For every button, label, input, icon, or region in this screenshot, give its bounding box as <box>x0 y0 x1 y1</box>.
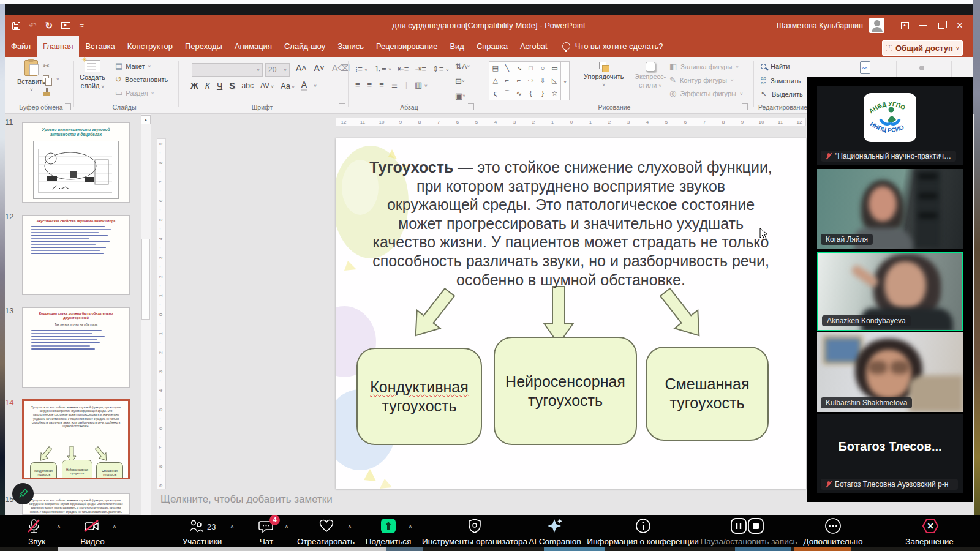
toolbar-chat-button[interactable]: 4 Чат <box>250 515 283 547</box>
thumbnails-scrollbar-thumb[interactable] <box>141 239 150 320</box>
justify-button[interactable]: ≣ <box>391 80 398 89</box>
tab-insert[interactable]: Вставка <box>79 36 121 57</box>
react-options-chevron[interactable]: ˄ <box>348 523 352 530</box>
cut-button[interactable]: ✂ <box>43 62 50 70</box>
tab-home[interactable]: Главная <box>37 36 79 57</box>
toolbar-end-button[interactable]: ✕ Завершение <box>894 515 965 547</box>
restore-button[interactable] <box>932 15 951 36</box>
clipboard-dialog-launcher[interactable] <box>65 103 71 110</box>
tell-me-search[interactable]: Что вы хотите сделать? <box>562 36 663 57</box>
align-right-button[interactable]: ≡ <box>379 80 384 89</box>
select-button[interactable]: ↖Выделить <box>761 90 803 99</box>
format-painter-button[interactable] <box>43 88 50 96</box>
tab-acrobat[interactable]: Acrobat <box>514 36 554 57</box>
character-spacing-button[interactable]: AV ˅ <box>260 81 274 90</box>
decrease-font-button[interactable]: A˅ <box>314 63 325 73</box>
video-options-chevron[interactable]: ˄ <box>113 523 116 530</box>
layout-button[interactable]: ▤Макет˅ <box>115 62 151 70</box>
audio-options-chevron[interactable]: ˄ <box>57 523 61 530</box>
toolbar-video-button[interactable]: Видео <box>74 515 111 547</box>
slide-paragraph[interactable]: Тугоухость — это стойкое снижение слухов… <box>356 158 785 289</box>
bullets-button[interactable]: ⁝≡ ˅ <box>355 64 368 73</box>
underline-button[interactable]: Ч <box>217 81 222 91</box>
align-text-button[interactable]: ⊟ ˅ <box>455 77 465 86</box>
box-sensorineural[interactable]: Нейросенсорнаятугоухость <box>494 337 637 445</box>
participant-tile-aknazken[interactable]: Aknazken Kondybayeva <box>817 252 963 331</box>
strikethrough-button[interactable]: abc <box>242 81 254 90</box>
slide-canvas[interactable]: Тугоухость — это стойкое снижение слухов… <box>336 138 806 489</box>
bold-button[interactable]: Ж <box>190 81 198 91</box>
toolbar-host-tools-button[interactable]: Инструменты организатора <box>423 515 527 547</box>
align-left-button[interactable]: ≡ <box>355 80 360 89</box>
horizontal-ruler[interactable]: 12·11·10·9·8·7·6·5·4·3·2·1·0·1·2·3·4·5·6… <box>336 118 806 126</box>
align-center-button[interactable]: ≡ <box>368 80 372 89</box>
share-options-chevron[interactable]: ˄ <box>409 523 412 530</box>
tab-review[interactable]: Рецензирование <box>370 36 443 57</box>
participant-tile-org[interactable]: АНБД УГПО ННПЦ РСИО "Национальный научно… <box>817 86 963 165</box>
annotation-pencil-button[interactable] <box>12 483 34 504</box>
slide-13-thumbnail[interactable]: Коррекция слуха должна быть обязательно … <box>22 307 130 388</box>
toolbar-ai-companion-button[interactable]: AI Companion <box>521 515 589 547</box>
ribbon-display-options-button[interactable] <box>895 15 914 36</box>
paragraph-dialog-launcher[interactable] <box>468 103 474 110</box>
participant-tile-botagoz[interactable]: Ботагоз Тлесов... Ботагоз Тлесовна Ауэзо… <box>817 414 963 493</box>
slide-15-thumbnail[interactable]: Тугоухость — это стойкое снижение слухов… <box>22 493 130 515</box>
minimize-button[interactable] <box>914 15 932 36</box>
section-button[interactable]: ▭Раздел˅ <box>115 89 154 97</box>
tab-file[interactable]: Файл <box>5 36 37 57</box>
thumbnails-scroll-up-button[interactable]: ▲ <box>141 115 151 124</box>
close-button[interactable]: × <box>951 15 969 36</box>
convert-smartart-button[interactable]: ▣ ˅ <box>455 91 466 100</box>
tab-view[interactable]: Вид <box>443 36 470 57</box>
participant-tile-kogai[interactable]: Когай Ляйля <box>817 169 963 249</box>
line-spacing-button[interactable]: ⇕≡ ˅ <box>432 64 449 73</box>
change-case-button[interactable]: Aa ˅ <box>281 81 295 91</box>
tab-slideshow[interactable]: Слайд-шоу <box>278 36 331 57</box>
quick-styles-button[interactable]: Экспресс- стили ˅ <box>635 62 666 89</box>
tab-record[interactable]: Запись <box>331 36 370 57</box>
font-dialog-launcher[interactable] <box>339 103 345 110</box>
notes-placeholder[interactable]: Щелкните, чтобы добавить заметки <box>160 493 333 506</box>
toolbar-react-button[interactable]: Отреагировать <box>294 515 358 547</box>
find-button[interactable]: Найти <box>761 62 790 70</box>
new-slide-button[interactable]: Создать слайд ˅ <box>80 60 105 89</box>
chat-options-chevron[interactable]: ˄ <box>285 523 288 530</box>
toolbar-meeting-info-button[interactable]: Информация о конференции <box>589 515 696 547</box>
toolbar-share-button[interactable]: Поделиться <box>365 515 412 547</box>
participant-tile-kulbarshin[interactable]: Kulbarshin Shakhmetova <box>817 332 963 412</box>
shape-effects-button[interactable]: ◎Эффекты фигуры˅ <box>669 89 743 98</box>
avatar[interactable] <box>869 18 884 33</box>
font-size-combo[interactable]: 20˅ <box>265 63 290 77</box>
toolbar-record-button[interactable]: Пауза/остановить запись <box>698 515 799 547</box>
tab-help[interactable]: Справка <box>470 36 514 57</box>
tab-design[interactable]: Конструктор <box>121 36 179 57</box>
box-conductive[interactable]: Кондуктивнаятугоухость <box>356 348 482 445</box>
participants-options-chevron[interactable]: ˄ <box>230 523 234 530</box>
copy-button[interactable] <box>43 75 49 83</box>
text-shadow-button[interactable]: S <box>229 81 235 91</box>
clear-formatting-button[interactable]: A⌫ <box>332 63 350 73</box>
box-mixed[interactable]: Смешаннаятугоухость <box>646 347 769 441</box>
columns-button[interactable]: ▥ ˅ <box>415 80 428 89</box>
slide-11-thumbnail[interactable]: Уровни интенсивности звуковой активности… <box>22 122 130 203</box>
text-direction-button[interactable]: ⇅A ˅ <box>455 62 470 71</box>
font-name-combo[interactable]: ˅ <box>192 63 263 77</box>
shape-outline-button[interactable]: ✎Контур фигуры˅ <box>669 76 734 84</box>
reset-button[interactable]: ↺Восстановить <box>115 75 168 84</box>
tab-transitions[interactable]: Переходы <box>179 36 228 57</box>
numbering-button[interactable]: ⒈≡ ˅ <box>374 63 391 74</box>
arrange-button[interactable]: Упорядочить ˅ <box>584 62 624 88</box>
replace-button[interactable]: abacЗаменить <box>761 76 801 86</box>
toolbar-audio-button[interactable]: Звук <box>18 515 55 547</box>
tab-animations[interactable]: Анимация <box>228 36 278 57</box>
drawing-dialog-launcher[interactable] <box>742 103 748 110</box>
decrease-indent-button[interactable]: ⇤≡ <box>398 64 409 73</box>
toolbar-more-button[interactable]: Дополнительно <box>796 515 870 547</box>
shape-fill-button[interactable]: ◧Заливка фигуры˅ <box>669 62 739 71</box>
slide-14-thumbnail[interactable]: Тугоухость — это стойкое снижение слухов… <box>22 399 130 479</box>
toolbar-participants-button[interactable]: 23 Участники <box>178 515 227 547</box>
create-pdf-button[interactable] <box>860 61 870 74</box>
font-color-button[interactable]: А <box>301 80 307 91</box>
share-button[interactable]: Общий доступ ˅ <box>882 40 963 56</box>
vertical-ruler[interactable]: 9·8·7·6·5·4·3·2·1·0·1·2·3·4·5·6·7·8·9 <box>157 138 166 489</box>
